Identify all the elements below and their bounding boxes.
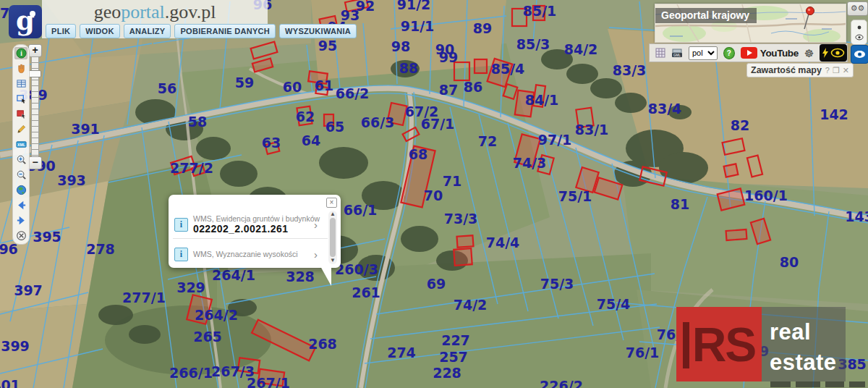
menu-analizy[interactable]: ANALIZY — [124, 24, 171, 38]
parcel-label: 83/1 — [575, 122, 609, 138]
parcel-label: 228 — [433, 365, 461, 381]
info-tool-button[interactable]: i — [14, 47, 27, 59]
overview-map-title: Geoportal krajowy — [655, 8, 757, 23]
pan-tool-button[interactable] — [14, 62, 27, 75]
language-select[interactable]: pol — [689, 46, 718, 60]
logo-dot — [30, 11, 35, 17]
menu-pobieranie-danych[interactable]: POBIERANIE DANYCH — [174, 24, 276, 38]
parcel-label: 261 — [352, 284, 380, 300]
parcel-label: 399 — [1, 338, 30, 354]
parcel-label: 397 — [14, 282, 43, 298]
select-red-area-button[interactable] — [14, 108, 27, 120]
zoom-out-button[interactable]: − — [28, 156, 42, 169]
next-view-button[interactable] — [14, 214, 27, 227]
info-icon: i — [174, 218, 188, 232]
scroll-down-icon[interactable]: ▼ — [330, 258, 336, 263]
zoom-in-button[interactable]: + — [28, 44, 42, 57]
scrollbar-thumb[interactable] — [330, 218, 336, 257]
settings-gears-button[interactable]: ⚙⚙ — [847, 1, 868, 16]
rs-logo-text: RS — [692, 317, 756, 372]
wheel-icon[interactable]: ☸ — [804, 48, 814, 59]
chevron-right-icon: › — [314, 248, 318, 261]
popup-divider — [173, 238, 328, 239]
watermark-line2: estate — [770, 347, 846, 378]
menu-plik[interactable]: PLIK — [46, 24, 76, 38]
youtube-label: YouTube — [760, 48, 799, 59]
popup-close-button[interactable]: × — [326, 198, 337, 208]
parcel-label: 99 — [439, 49, 458, 65]
pencil-icon — [16, 124, 27, 135]
youtube-link[interactable]: YouTube — [741, 47, 799, 59]
site-title: geoportal.gov.pl — [42, 1, 268, 23]
parcel-label: 277/1 — [122, 290, 166, 305]
parcel-label: 84/2 — [564, 41, 598, 57]
popup-result-row-heights[interactable]: i WMS, Wyznaczanie wysokości › — [174, 240, 319, 268]
previous-view-button[interactable] — [14, 199, 27, 211]
visibility-toggle-button[interactable] — [851, 45, 868, 64]
zoom-in-tool-button[interactable] — [14, 153, 27, 166]
gml-printer-icon: GML — [671, 48, 683, 58]
parcel-label: 267/1 — [247, 375, 290, 388]
youtube-play-icon — [741, 47, 757, 59]
xml-tool-button[interactable]: XML — [14, 138, 27, 151]
popup-scrollbar[interactable]: ▲ ▼ — [328, 211, 337, 264]
menu-wyszukiwania[interactable]: WYSZUKIWANIA — [279, 24, 357, 38]
parcel-label: 85/3 — [516, 36, 550, 52]
building-outline — [726, 229, 747, 240]
zoom-in-icon — [16, 154, 27, 165]
parcel-label: 75/4 — [597, 296, 631, 312]
parcel-label: 84/1 — [525, 92, 559, 108]
select-area-button[interactable] — [14, 93, 27, 105]
parcel-label: 91/2 — [397, 0, 431, 12]
gml-download-button[interactable]: GML — [671, 48, 683, 58]
parcel-label: 68 — [409, 146, 427, 162]
draw-tool-button[interactable] — [14, 123, 27, 135]
parcel-label: 80 — [780, 254, 799, 270]
real-estate-label: real estate — [762, 307, 846, 381]
map-contents-title: Zawartość mapy — [751, 65, 822, 75]
zoom-out-tool-button[interactable] — [14, 169, 27, 181]
globe-icon — [16, 185, 27, 195]
parcel-label: 85/1 — [523, 3, 557, 19]
parcel-label: 142 — [820, 106, 848, 122]
zoom-out-icon — [16, 169, 27, 180]
geoportal-logo[interactable]: g — [9, 5, 42, 38]
scroll-up-icon[interactable]: ▲ — [330, 211, 336, 217]
parcel-label: 61 — [315, 77, 333, 93]
map-contents-panel: Zawartość mapy ? ❐ ✕ — [746, 63, 854, 77]
parcel-label: 71 — [443, 173, 461, 189]
panel-help-icon[interactable]: ? — [825, 66, 830, 75]
parcel-label: 160/1 — [744, 187, 788, 203]
parcel-label: 265 — [193, 329, 222, 345]
wms-layer-title: WMS, Ewidencja gruntów i budynków — [193, 214, 309, 223]
globe-extent-button[interactable] — [14, 184, 27, 196]
grid-icon — [655, 48, 665, 58]
help-icon[interactable]: ? — [723, 47, 735, 59]
watermark-dash — [770, 381, 791, 387]
building-outline — [457, 235, 474, 247]
parcel-label: 227 — [441, 332, 470, 348]
clear-selection-button[interactable] — [14, 229, 27, 242]
rs-logo-bar — [683, 322, 689, 368]
panel-close-icon[interactable]: ✕ — [843, 66, 849, 75]
parcel-label: 83/3 — [613, 62, 647, 78]
high-contrast-toggle[interactable] — [820, 44, 847, 62]
overview-minimap[interactable]: Geoportal krajowy — [655, 4, 846, 43]
info-icon: i — [174, 248, 188, 261]
parcel-label: 74/2 — [454, 297, 488, 313]
parcel-label: 95 — [318, 38, 337, 54]
parcel-label: 69 — [427, 276, 446, 292]
attribute-table-button[interactable] — [14, 77, 27, 90]
parcel-label: 395 — [33, 229, 61, 245]
chevron-right-icon: › — [314, 219, 318, 231]
pan-hand-icon — [16, 63, 27, 74]
parcel-label: 278 — [86, 241, 115, 257]
collapsed-tools-panel[interactable] — [851, 20, 867, 45]
popup-result-row-egib[interactable]: i WMS, Ewidencja gruntów i budynków 0222… — [174, 211, 319, 238]
title-geo: geo — [94, 1, 122, 22]
panel-restore-icon[interactable]: ❐ — [833, 66, 840, 75]
grid-tool-button[interactable] — [655, 48, 665, 58]
select-box-blue-icon — [16, 93, 27, 104]
select-box-red-icon — [16, 109, 27, 119]
menu-widok[interactable]: WIDOK — [80, 24, 119, 38]
